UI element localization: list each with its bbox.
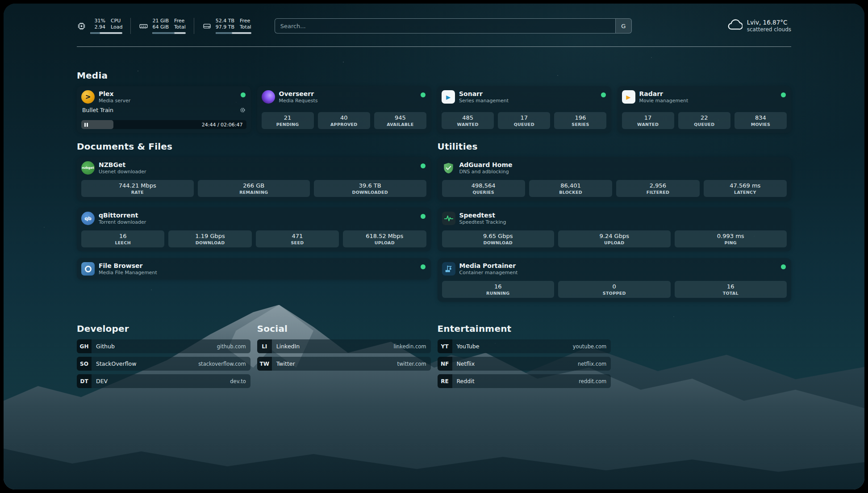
status-dot: [781, 92, 786, 97]
filebrowser-name: File Browser: [99, 262, 157, 270]
radarr-icon: ▶: [622, 90, 635, 104]
cpu-load: 2.94: [95, 24, 106, 30]
bookmark-abbr: GH: [77, 339, 92, 353]
stat-leech: 16 LEECH: [81, 230, 164, 247]
cloud-icon: [727, 17, 743, 34]
speedtest-link[interactable]: Speedtest Speedtest Tracking: [442, 212, 787, 225]
radarr-link[interactable]: ▶ Radarr Movie management: [622, 90, 787, 104]
stat-wanted: 17 WANTED: [622, 112, 674, 129]
cpu-percent: 31%: [95, 18, 105, 24]
card-plex: > Plex Media server Bullet Train: [77, 86, 251, 133]
bookmark-url: youtube.com: [573, 343, 607, 350]
portainer-desc: Container management: [459, 270, 518, 276]
pause-button[interactable]: [84, 123, 88, 127]
stat-series: 196 SERIES: [554, 112, 606, 129]
search-input[interactable]: [275, 18, 632, 33]
bookmark-url: netflix.com: [578, 361, 606, 367]
stat-queued: 17 QUEUED: [498, 112, 550, 129]
bookmark-youtube[interactable]: YT YouTube youtube.com: [438, 339, 611, 353]
portainer-name: Media Portainer: [459, 262, 518, 270]
filebrowser-link[interactable]: File Browser Media File Management: [81, 262, 426, 276]
bookmark-group-entertainment: Entertainment YT YouTube youtube.com NF …: [438, 323, 611, 392]
stat-seed: 471 SEED: [256, 230, 339, 247]
filebrowser-desc: Media File Management: [99, 270, 157, 276]
bookmark-dev[interactable]: DT DEV dev.to: [77, 374, 250, 388]
plex-link[interactable]: > Plex Media server: [81, 90, 246, 104]
background-stars: [4, 4, 4, 4]
bookmark-twitter[interactable]: TW Twitter twitter.com: [257, 357, 431, 371]
bookmark-stackoverflow[interactable]: SO StackOverflow stackoverflow.com: [77, 357, 250, 371]
bookmark-abbr: YT: [438, 339, 452, 353]
bookmark-reddit[interactable]: RE Reddit reddit.com: [438, 374, 611, 388]
bookmark-netflix[interactable]: NF Netflix netflix.com: [438, 357, 611, 371]
bookmark-url: dev.to: [230, 378, 246, 384]
stat-stopped: 0 STOPPED: [558, 281, 671, 298]
bookmark-abbr: RE: [438, 374, 452, 388]
plex-playback-time: 24:44 / 02:06:47: [202, 122, 243, 128]
status-dot: [421, 92, 426, 97]
card-overseerr: Overseerr Media Requests 21 PENDING 40 A…: [257, 86, 431, 133]
plex-icon: >: [81, 90, 95, 104]
bookmark-group-title: Entertainment: [438, 323, 611, 334]
portainer-link[interactable]: Media Portainer Container management: [442, 262, 787, 276]
section-media: Media > Plex Media server Bullet Train: [77, 70, 791, 133]
memory-label-top: Free: [174, 18, 186, 24]
card-radarr: ▶ Radarr Movie management 17 WANTED: [618, 86, 792, 133]
memory-widget: 21 GiB 64 GiB Free Total: [131, 18, 194, 34]
stat-filtered: 2,956 FILTERED: [616, 180, 699, 197]
radarr-name: Radarr: [639, 90, 689, 98]
stat-queries: 498,564 QUERIES: [442, 180, 525, 197]
nzbget-link[interactable]: nzbget NZBGet Usenet downloader: [81, 161, 426, 175]
cpu-label-top: CPU: [111, 18, 122, 24]
nzbget-icon: nzbget: [81, 161, 95, 175]
stat-available: 945 AVAILABLE: [374, 112, 426, 129]
adguard-link[interactable]: AdGuard Home DNS and adblocking: [442, 161, 787, 175]
stat-upload: 9.24 Gbps UPLOAD: [558, 230, 671, 247]
qbittorrent-desc: Torrent downloader: [99, 219, 146, 225]
bookmark-group-title: Social: [257, 323, 431, 334]
memory-icon: [139, 21, 148, 31]
settings-gear-icon[interactable]: [240, 107, 246, 113]
stat-rate: 744.21 Mbps RATE: [81, 180, 194, 197]
section-title-documents: Documents & Files: [77, 141, 431, 152]
bookmark-name: DEV: [96, 378, 108, 384]
stat-ping: 0.993 ms PING: [675, 230, 787, 247]
weather-widget[interactable]: Lviv, 16.87°C scattered clouds: [727, 17, 791, 34]
status-dot: [781, 264, 786, 269]
bookmarks: Developer GH Github github.com SO StackO…: [77, 323, 791, 392]
bookmark-linkedin[interactable]: LI LinkedIn linkedin.com: [257, 339, 431, 353]
bookmark-abbr: SO: [77, 357, 92, 371]
stat-wanted: 485 WANTED: [442, 112, 494, 129]
nzbget-name: NZBGet: [99, 161, 146, 169]
status-dot: [421, 163, 426, 168]
bookmark-github[interactable]: GH Github github.com: [77, 339, 250, 353]
qbittorrent-link[interactable]: qb qBittorrent Torrent downloader: [81, 212, 426, 225]
stat-blocked: 86,401 BLOCKED: [529, 180, 612, 197]
radarr-desc: Movie management: [639, 98, 689, 104]
disk-usage-bar: [216, 32, 251, 34]
stat-running: 16 RUNNING: [442, 281, 555, 298]
search-provider-button[interactable]: G: [615, 19, 631, 33]
status-dot: [421, 214, 426, 219]
bookmark-name: StackOverflow: [96, 360, 136, 367]
topbar: 31% 2.94 CPU Load: [77, 16, 791, 36]
stat-pending: 21 PENDING: [262, 112, 314, 129]
bookmark-abbr: DT: [77, 374, 92, 388]
disk-label-bottom: Total: [240, 24, 251, 30]
overseerr-link[interactable]: Overseerr Media Requests: [262, 90, 427, 104]
disk-label-top: Free: [240, 18, 251, 24]
disk-free: 52.4 TB: [216, 18, 234, 24]
sonarr-link[interactable]: ▶ Sonarr Series management: [442, 90, 607, 104]
section-utilities: Utilities: [438, 141, 792, 302]
sonarr-name: Sonarr: [459, 90, 509, 98]
plex-name: Plex: [99, 90, 130, 98]
speedtest-icon: [442, 212, 455, 225]
sonarr-icon: ▶: [442, 90, 455, 104]
stat-latency: 47.569 ms LATENCY: [704, 180, 787, 197]
bookmark-abbr: NF: [438, 357, 452, 371]
portainer-icon: [442, 262, 455, 276]
memory-free: 21 GiB: [152, 18, 169, 24]
stat-download: 1.19 Gbps DOWNLOAD: [168, 230, 251, 247]
plex-progress-bar[interactable]: 24:44 / 02:06:47: [81, 120, 246, 129]
bookmark-abbr: TW: [257, 357, 272, 371]
